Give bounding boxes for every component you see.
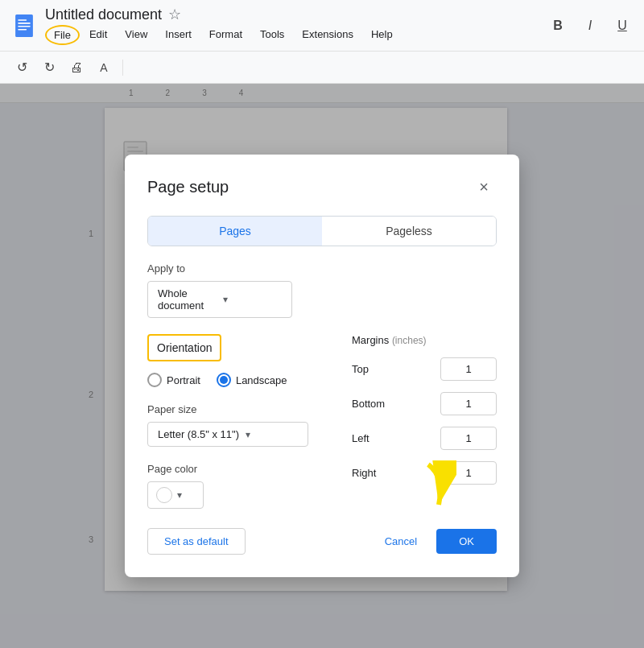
- app-bar: Untitled document ☆ File Edit View Inser…: [0, 0, 644, 52]
- doc-title: Untitled document: [45, 6, 162, 23]
- footer-right-buttons: Cancel OK: [369, 529, 497, 554]
- dropdown-arrow-icon: ▾: [223, 294, 282, 305]
- orientation-radio-row: Portrait Landscape: [147, 373, 336, 387]
- margins-unit: (inches): [392, 335, 427, 346]
- toolbar-separator: [122, 60, 123, 76]
- set-as-default-button[interactable]: Set as default: [147, 528, 246, 555]
- portrait-radio[interactable]: Portrait: [147, 373, 200, 387]
- tab-pages[interactable]: Pages: [148, 217, 322, 246]
- spell-button[interactable]: A: [92, 56, 116, 80]
- page-color-swatch[interactable]: ▾: [147, 481, 204, 509]
- margin-top-input[interactable]: [440, 357, 497, 381]
- paper-size-value: Letter (8.5" x 11"): [158, 428, 239, 440]
- orientation-box: Orientation: [147, 334, 221, 361]
- svg-rect-1: [18, 19, 27, 21]
- ok-button[interactable]: OK: [436, 529, 497, 554]
- tab-pageless[interactable]: Pageless: [322, 217, 496, 246]
- orientation-label: Orientation: [157, 341, 212, 354]
- landscape-radio-outer: [217, 373, 231, 387]
- redo-button[interactable]: ↻: [37, 56, 61, 80]
- bold-button[interactable]: B: [546, 14, 570, 38]
- paper-size-select[interactable]: Letter (8.5" x 11") ▾: [147, 422, 308, 447]
- undo-button[interactable]: ↺: [10, 56, 34, 80]
- menu-tools[interactable]: Tools: [252, 25, 292, 45]
- svg-rect-4: [18, 28, 27, 30]
- margin-top-row: Top: [352, 357, 497, 381]
- dialog-title: Page setup: [147, 178, 229, 196]
- portrait-label: Portrait: [167, 374, 200, 386]
- margin-bottom-input[interactable]: [440, 392, 497, 415]
- margins-title: Margins (inches): [352, 334, 497, 346]
- menu-file[interactable]: File: [45, 25, 80, 45]
- svg-rect-2: [18, 23, 31, 24]
- menu-help[interactable]: Help: [363, 25, 401, 45]
- margin-right-label: Right: [352, 467, 392, 479]
- margin-bottom-label: Bottom: [352, 398, 392, 410]
- left-col: Orientation Portrait Landscape: [147, 334, 336, 509]
- color-dropdown-arrow-icon: ▾: [177, 489, 182, 501]
- dialog-footer: Set as default Cancel: [147, 528, 497, 555]
- right-col: Margins (inches) Top Bottom Left: [352, 334, 497, 509]
- paper-size-label: Paper size: [147, 403, 336, 415]
- margin-left-label: Left: [352, 432, 392, 444]
- menu-insert[interactable]: Insert: [157, 25, 200, 45]
- ok-button-wrapper: OK: [436, 529, 497, 554]
- app-icon: [10, 11, 39, 40]
- menu-bar: File Edit View Insert Format Tools Exten…: [45, 25, 539, 45]
- svg-rect-3: [18, 26, 31, 27]
- apply-to-select[interactable]: Whole document ▾: [147, 281, 292, 318]
- cancel-button[interactable]: Cancel: [369, 529, 433, 554]
- margin-right-row: Right: [352, 461, 497, 485]
- tab-row: Pages Pageless: [147, 216, 497, 246]
- apply-to-value: Whole document: [158, 287, 217, 312]
- dialog-header: Page setup ×: [147, 174, 497, 200]
- apply-to-label: Apply to: [147, 262, 497, 274]
- menu-format[interactable]: Format: [201, 25, 250, 45]
- page-setup-dialog: Page setup × Pages Pageless Apply to Who…: [125, 155, 519, 577]
- landscape-radio-inner: [220, 376, 228, 384]
- portrait-radio-outer: [147, 373, 162, 387]
- landscape-radio[interactable]: Landscape: [217, 373, 287, 387]
- menu-extensions[interactable]: Extensions: [294, 25, 361, 45]
- star-icon[interactable]: ☆: [168, 6, 181, 23]
- margin-left-row: Left: [352, 427, 497, 450]
- underline-button[interactable]: U: [610, 14, 634, 38]
- margin-bottom-row: Bottom: [352, 392, 497, 415]
- dialog-close-button[interactable]: ×: [471, 174, 497, 200]
- menu-edit[interactable]: Edit: [81, 25, 115, 45]
- print-button[interactable]: 🖨: [64, 56, 89, 80]
- two-col-layout: Orientation Portrait Landscape: [147, 334, 497, 509]
- dialog-overlay: Page setup × Pages Pageless Apply to Who…: [0, 84, 644, 648]
- menu-view[interactable]: View: [117, 25, 155, 45]
- app-title-area: Untitled document ☆ File Edit View Inser…: [45, 6, 539, 45]
- margin-left-input[interactable]: [440, 427, 497, 450]
- landscape-label: Landscape: [236, 374, 287, 386]
- color-circle: [156, 487, 172, 503]
- paper-dropdown-arrow-icon: ▾: [246, 429, 250, 440]
- italic-button[interactable]: I: [578, 14, 602, 38]
- page-color-label: Page color: [147, 463, 336, 475]
- margin-right-input[interactable]: [440, 461, 497, 485]
- toolbar: ↺ ↻ 🖨 A: [0, 52, 644, 84]
- doc-area: 1234 1 2 3 Page setup × Pages Pageless: [0, 84, 644, 648]
- margin-top-label: Top: [352, 363, 392, 375]
